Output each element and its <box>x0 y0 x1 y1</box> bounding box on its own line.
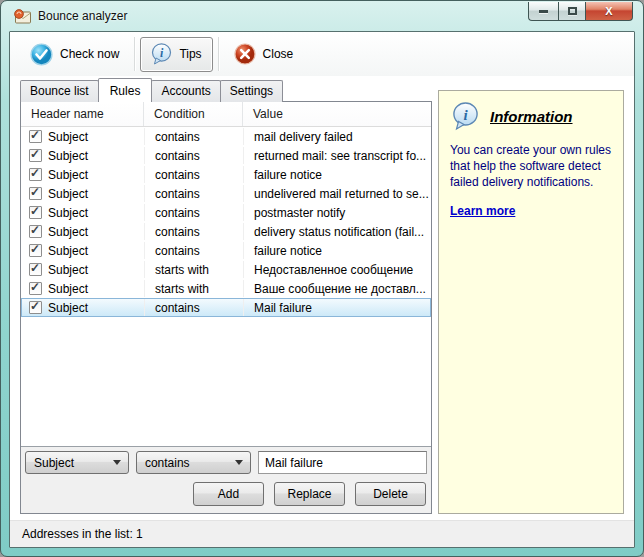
rule-header-name: Subject <box>48 130 88 144</box>
rule-value: returned mail: see transcript fo... <box>244 147 430 164</box>
rule-enabled-checkbox[interactable] <box>29 206 42 219</box>
rule-condition: contains <box>145 128 244 145</box>
content-area: Check now i Tips Close <box>9 31 635 548</box>
close-button[interactable]: Close <box>224 38 304 70</box>
rule-condition: contains <box>145 204 244 221</box>
replace-button[interactable]: Replace <box>274 482 345 506</box>
rule-header-name: Subject <box>48 263 88 277</box>
editor-actions: Add Replace Delete <box>25 474 427 508</box>
rule-condition: contains <box>145 242 244 259</box>
rule-editor: Subject contains Add Replace <box>21 447 431 513</box>
check-circle-icon <box>30 43 53 66</box>
status-text: Addresses in the list: 1 <box>22 527 143 541</box>
rule-enabled-checkbox[interactable] <box>29 282 42 295</box>
delete-button[interactable]: Delete <box>355 482 426 506</box>
information-title: Information <box>490 108 573 125</box>
tab-bounce-list[interactable]: Bounce list <box>20 80 99 102</box>
table-row[interactable]: Subject starts with Недоставленное сообщ… <box>21 260 431 279</box>
window-title: Bounce analyzer <box>38 9 127 23</box>
maximize-icon <box>568 7 577 15</box>
table-row[interactable]: Subject contains failure notice <box>21 241 431 260</box>
rule-value: failure notice <box>244 166 430 183</box>
condition-select[interactable]: contains <box>136 451 251 474</box>
tab-bar: Bounce listRulesAccountsSettings <box>20 78 432 102</box>
rule-condition: contains <box>145 185 244 202</box>
rule-value: postmaster notify <box>244 204 430 221</box>
close-label: Close <box>263 47 294 61</box>
value-input[interactable] <box>258 451 427 474</box>
rule-value: Ваше сообщение не доставл... <box>244 280 430 297</box>
table-row[interactable]: Subject contains undelivered mail return… <box>21 184 431 203</box>
rule-header-name: Subject <box>48 225 88 239</box>
rule-value: Mail failure <box>244 299 430 316</box>
column-header-value[interactable]: Value <box>243 102 431 126</box>
table-row[interactable]: Subject starts with Ваше сообщение не до… <box>21 279 431 298</box>
rule-condition: contains <box>145 299 244 316</box>
table-body: Subject contains mail delivery failed Su… <box>21 127 431 446</box>
main-area: Bounce listRulesAccountsSettings Header … <box>10 76 634 518</box>
information-body: You can create your own rules that help … <box>450 143 612 190</box>
window-controls: X <box>528 2 633 21</box>
table-row[interactable]: Subject contains failure notice <box>21 165 431 184</box>
minimize-button[interactable] <box>528 2 558 21</box>
information-bubble-icon: i <box>452 102 479 131</box>
close-circle-icon <box>234 43 256 65</box>
table-row[interactable]: Subject contains postmaster notify <box>21 203 431 222</box>
toolbar: Check now i Tips Close <box>10 32 634 76</box>
maximize-button[interactable] <box>558 2 586 21</box>
rule-enabled-checkbox[interactable] <box>29 130 42 143</box>
rule-enabled-checkbox[interactable] <box>29 244 42 257</box>
rule-enabled-checkbox[interactable] <box>29 168 42 181</box>
table-header: Header name Condition Value <box>21 102 431 127</box>
add-button[interactable]: Add <box>193 482 264 506</box>
rule-value: Недоставленное сообщение <box>244 261 430 278</box>
rule-enabled-checkbox[interactable] <box>29 225 42 238</box>
rules-table: Header name Condition Value Subject cont… <box>21 102 431 447</box>
condition-select-value: contains <box>145 456 190 470</box>
titlebar: Bounce analyzer X <box>1 1 643 31</box>
rule-header-name: Subject <box>48 149 88 163</box>
rule-condition: contains <box>145 147 244 164</box>
rule-header-name: Subject <box>48 168 88 182</box>
rule-enabled-checkbox[interactable] <box>29 149 42 162</box>
tab-rules[interactable]: Rules <box>98 78 153 102</box>
check-now-label: Check now <box>60 47 119 61</box>
rule-value: mail delivery failed <box>244 128 430 145</box>
rules-panel: Header name Condition Value Subject cont… <box>20 101 432 514</box>
table-row[interactable]: Subject contains mail delivery failed <box>21 127 431 146</box>
status-bar: Addresses in the list: 1 <box>10 520 634 547</box>
tips-button[interactable]: i Tips <box>140 37 212 72</box>
learn-more-link[interactable]: Learn more <box>450 204 515 218</box>
rule-header-name: Subject <box>48 244 88 258</box>
close-window-button[interactable]: X <box>586 2 633 21</box>
rule-condition: starts with <box>145 261 244 278</box>
column-header-condition[interactable]: Condition <box>144 102 243 126</box>
rule-enabled-checkbox[interactable] <box>29 301 42 314</box>
rules-tab-page: Bounce listRulesAccountsSettings Header … <box>20 78 432 514</box>
rule-header-name: Subject <box>48 187 88 201</box>
app-envelope-icon <box>14 9 31 24</box>
rule-value: delivery status notification (fail... <box>244 223 430 240</box>
header-name-select[interactable]: Subject <box>25 451 129 474</box>
rule-enabled-checkbox[interactable] <box>29 263 42 276</box>
toolbar-separator <box>134 37 135 71</box>
table-row[interactable]: Subject contains delivery status notific… <box>21 222 431 241</box>
tab-settings[interactable]: Settings <box>220 80 283 102</box>
table-row[interactable]: Subject contains returned mail: see tran… <box>21 146 431 165</box>
check-now-button[interactable]: Check now <box>20 38 129 71</box>
rule-condition: starts with <box>145 280 244 297</box>
table-row[interactable]: Subject contains Mail failure <box>21 298 431 317</box>
info-bubble-icon: i <box>151 43 172 66</box>
rule-header-name: Subject <box>48 282 88 296</box>
header-name-select-value: Subject <box>34 456 74 470</box>
minimize-icon <box>539 10 548 13</box>
tips-label: Tips <box>179 47 201 61</box>
rule-enabled-checkbox[interactable] <box>29 187 42 200</box>
chevron-down-icon <box>235 460 243 465</box>
information-panel: i Information You can create your own ru… <box>438 90 624 514</box>
window: Bounce analyzer X Check now <box>0 0 644 557</box>
rule-value: failure notice <box>244 242 430 259</box>
tab-accounts[interactable]: Accounts <box>151 80 220 102</box>
rule-header-name: Subject <box>48 206 88 220</box>
column-header-header-name[interactable]: Header name <box>21 102 144 126</box>
